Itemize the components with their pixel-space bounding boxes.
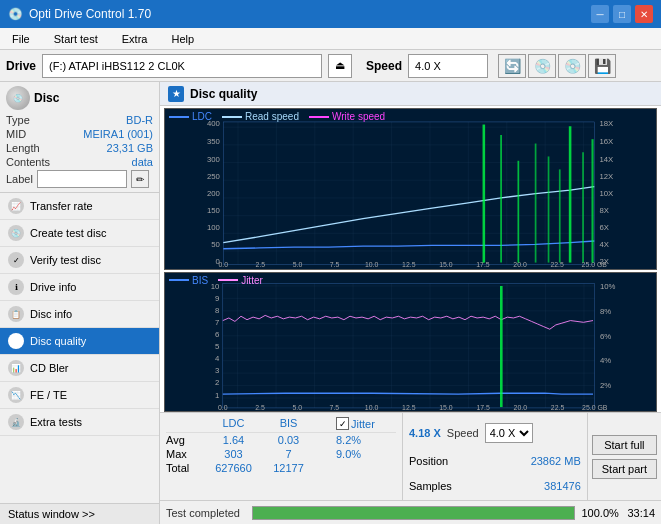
nav-items: 📈 Transfer rate 💿 Create test disc ✓ Ver… [0, 193, 159, 503]
action-buttons: Start full Start part [587, 413, 661, 500]
svg-text:350: 350 [207, 137, 220, 146]
svg-text:5: 5 [215, 342, 219, 351]
ldc-legend-item: LDC [169, 111, 212, 122]
disc-length-label: Length [6, 142, 40, 154]
svg-text:14X: 14X [599, 155, 613, 164]
sidebar-item-fe-te[interactable]: 📉 FE / TE [0, 382, 159, 409]
stat-max-jitter: 9.0% [336, 448, 396, 460]
sidebar-item-label-fe-te: FE / TE [30, 389, 67, 401]
sidebar-item-disc-quality[interactable]: ★ Disc quality [0, 328, 159, 355]
svg-text:25.0 GB: 25.0 GB [582, 261, 608, 268]
transfer-rate-icon: 📈 [8, 198, 24, 214]
svg-text:8: 8 [215, 305, 219, 314]
samples-row: Samples 381476 [409, 480, 581, 492]
disc-contents-label: Contents [6, 156, 50, 168]
disc-quality-title: Disc quality [190, 87, 257, 101]
svg-text:15.0: 15.0 [439, 261, 453, 268]
left-panel: 💿 Disc Type BD-R MID MEIRA1 (001) Length… [0, 82, 160, 524]
svg-text:15.0: 15.0 [439, 403, 453, 410]
stat-total-bis: 12177 [261, 462, 316, 474]
sidebar-item-label-cd-bler: CD Bler [30, 362, 69, 374]
disc-label-edit-button[interactable]: ✏ [131, 170, 149, 188]
samples-label: Samples [409, 480, 452, 492]
svg-text:12.5: 12.5 [402, 261, 416, 268]
stats-right: 4.18 X Speed 4.0 X Position 23862 MB [402, 413, 587, 500]
drive-selector[interactable]: (F:) ATAPI iHBS112 2 CL0K [42, 54, 322, 78]
svg-text:16X: 16X [599, 137, 613, 146]
drive-btn1[interactable]: 💿 [528, 54, 556, 78]
progress-status: Test completed [166, 507, 246, 519]
svg-text:50: 50 [211, 240, 220, 249]
sidebar-item-verify-test-disc[interactable]: ✓ Verify test disc [0, 247, 159, 274]
start-full-button[interactable]: Start full [592, 435, 657, 455]
read-speed-legend-color [222, 116, 242, 118]
cd-bler-icon: 📊 [8, 360, 24, 376]
disc-label-input[interactable] [37, 170, 127, 188]
minimize-button[interactable]: ─ [591, 5, 609, 23]
drive-eject-button[interactable]: ⏏ [328, 54, 352, 78]
svg-text:22.5: 22.5 [550, 261, 564, 268]
menu-extra[interactable]: Extra [114, 31, 156, 47]
svg-text:10X: 10X [599, 189, 613, 198]
svg-text:7.5: 7.5 [330, 403, 340, 410]
main-content: 💿 Disc Type BD-R MID MEIRA1 (001) Length… [0, 82, 661, 524]
sidebar-item-label-disc-info: Disc info [30, 308, 72, 320]
sidebar-item-transfer-rate[interactable]: 📈 Transfer rate [0, 193, 159, 220]
sidebar-item-label-extra-tests: Extra tests [30, 416, 82, 428]
bottom-legend: BIS Jitter [169, 275, 263, 286]
extra-tests-icon: 🔬 [8, 414, 24, 430]
disc-contents-row: Contents data [6, 156, 153, 168]
samples-value: 381476 [544, 480, 581, 492]
svg-text:25.0 GB: 25.0 GB [582, 403, 608, 410]
svg-text:20.0: 20.0 [514, 403, 528, 410]
sidebar-item-create-test-disc[interactable]: 💿 Create test disc [0, 220, 159, 247]
stats-headers: LDC BIS ✓ Jitter [166, 415, 396, 433]
refresh-button[interactable]: 🔄 [498, 54, 526, 78]
stat-avg-ldc: 1.64 [206, 434, 261, 446]
start-part-button[interactable]: Start part [592, 459, 657, 479]
speed-select[interactable]: 4.0 X [485, 423, 533, 443]
svg-text:12X: 12X [599, 172, 613, 181]
app-icon: 💿 [8, 7, 23, 21]
stat-header-empty [166, 417, 206, 430]
fe-te-icon: 📉 [8, 387, 24, 403]
close-button[interactable]: ✕ [635, 5, 653, 23]
menu-help[interactable]: Help [163, 31, 202, 47]
ldc-legend-color [169, 116, 189, 118]
title-bar-controls: ─ □ ✕ [591, 5, 653, 23]
sidebar-item-drive-info[interactable]: ℹ Drive info [0, 274, 159, 301]
svg-text:1: 1 [215, 390, 219, 399]
drive-value: (F:) ATAPI iHBS112 2 CL0K [49, 60, 185, 72]
menu-file[interactable]: File [4, 31, 38, 47]
svg-text:6X: 6X [599, 223, 608, 232]
sidebar-item-cd-bler[interactable]: 📊 CD Bler [0, 355, 159, 382]
disc-mid-row: MID MEIRA1 (001) [6, 128, 153, 140]
svg-text:9: 9 [215, 293, 219, 302]
bis-legend-label: BIS [192, 275, 208, 286]
save-button[interactable]: 💾 [588, 54, 616, 78]
right-panel: ★ Disc quality LDC Read speed [160, 82, 661, 524]
disc-contents-value: data [132, 156, 153, 168]
svg-text:6%: 6% [600, 331, 611, 340]
svg-text:8%: 8% [600, 306, 611, 315]
svg-text:2.5: 2.5 [256, 261, 266, 268]
sidebar-item-disc-info[interactable]: 📋 Disc info [0, 301, 159, 328]
jitter-checkbox[interactable]: ✓ [336, 417, 349, 430]
menu-start-test[interactable]: Start test [46, 31, 106, 47]
svg-text:20.0: 20.0 [513, 261, 527, 268]
jitter-legend-color [218, 279, 238, 281]
stat-max-ldc: 303 [206, 448, 261, 460]
progress-bar-fill [253, 507, 574, 519]
sidebar-item-extra-tests[interactable]: 🔬 Extra tests [0, 409, 159, 436]
top-legend: LDC Read speed Write speed [169, 111, 385, 122]
drive-btn2[interactable]: 💿 [558, 54, 586, 78]
maximize-button[interactable]: □ [613, 5, 631, 23]
speed-selector[interactable]: 4.0 X [408, 54, 488, 78]
progress-area: Test completed 100.0% 33:14 [160, 500, 661, 524]
sidebar-item-label-verify-test-disc: Verify test disc [30, 254, 101, 266]
svg-text:6: 6 [215, 330, 219, 339]
stat-header-jitter-label: Jitter [351, 418, 375, 430]
status-window[interactable]: Status window >> [0, 503, 159, 524]
top-chart-svg: 400 350 300 250 200 150 100 50 0 18X 16X… [165, 109, 656, 269]
disc-label-row: Label ✏ [6, 170, 153, 188]
